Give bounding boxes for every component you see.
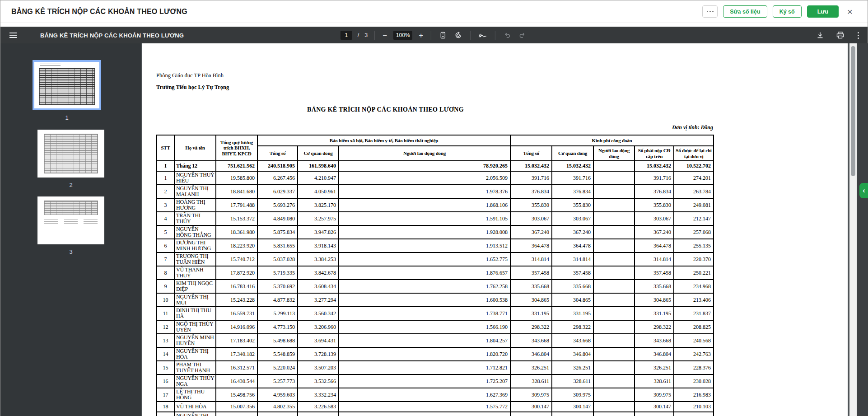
table-cell: 249.081 — [674, 198, 714, 212]
zoom-in-button[interactable]: + — [418, 32, 424, 39]
chevron-left-icon: ‹ — [863, 187, 865, 195]
table-row: 2NGUYỄN THỊ MAI ANH18.841.6806.029.3374.… — [157, 185, 714, 198]
undo-button[interactable] — [502, 30, 512, 40]
table-cell — [593, 361, 635, 374]
table-cell: 1.762.258 — [339, 280, 510, 293]
table-cell: 4.773.150 — [257, 320, 298, 334]
redo-button[interactable] — [518, 30, 527, 40]
table-cell: Tháng 12 — [174, 161, 216, 171]
viewer-scrollbar[interactable] — [849, 43, 857, 416]
save-button[interactable]: Lưu — [807, 5, 839, 18]
table-cell — [593, 212, 635, 225]
table-cell: 1.725.207 — [339, 374, 510, 388]
table-cell: 364.478 — [510, 239, 552, 252]
table-cell: 15.153.372 — [216, 212, 257, 225]
thumbnail-page-number: 3 — [69, 248, 72, 255]
table-cell — [593, 334, 635, 347]
print-button[interactable] — [835, 30, 845, 40]
table-row: 12NGÔ THỊ THÚY UYÊN14.916.0964.773.1503.… — [157, 320, 714, 334]
table-cell: 3.226.583 — [298, 402, 339, 412]
signature-button[interactable] — [477, 30, 488, 40]
table-row: 11ĐINH THỊ THU HÀ16.559.7315.299.1133.56… — [157, 307, 714, 320]
more-tools-button[interactable] — [855, 30, 861, 41]
table-row: 6DƯƠNG THỊ MINH HƯƠNG18.223.9205.831.655… — [157, 239, 714, 252]
table-cell: 300.147 — [552, 402, 593, 412]
table-cell: 5.875.834 — [257, 225, 298, 239]
pdf-toolbar: BẢNG KÊ TRÍCH NỘP CÁC KHOẢN THEO LƯƠNG 1… — [0, 27, 868, 43]
header-employee: Người lao động đóng — [593, 146, 635, 161]
download-icon — [816, 31, 824, 39]
table-cell: 1.652.775 — [339, 252, 510, 266]
table-cell — [593, 402, 635, 412]
table-cell: 213.720 — [674, 412, 714, 416]
table-cell: 208.825 — [674, 320, 714, 334]
table-cell: 298.322 — [510, 320, 552, 334]
table-cell: 391.716 — [635, 171, 674, 185]
mini-table-graphic — [44, 134, 98, 173]
table-cell: VŨ THỊ HÒA — [174, 402, 216, 412]
table-cell: 15.740.712 — [216, 252, 257, 266]
table-cell: 1.575.772 — [339, 402, 510, 412]
zoom-level[interactable]: 100% — [393, 31, 412, 40]
table-cell: NGUYỄN MINH HUYỀN — [174, 334, 216, 347]
fit-page-button[interactable] — [438, 30, 448, 40]
table-cell: 230.028 — [674, 374, 714, 388]
page-thumbnail[interactable]: 3 — [37, 196, 104, 255]
table-cell: 15.032.432 — [552, 161, 593, 171]
table-cell: 4.210.947 — [298, 171, 339, 185]
page-number-input[interactable]: 1 — [341, 31, 352, 40]
table-cell: 300.147 — [635, 402, 674, 412]
table-cell: NGUYỄN THỊ MÙI — [174, 293, 216, 307]
table-cell: 335.668 — [510, 280, 552, 293]
page-thumbnail[interactable]: 1 — [33, 60, 101, 121]
table-cell: 216.983 — [674, 388, 714, 402]
edit-data-button[interactable]: Sửa số liệu — [723, 5, 767, 18]
table-cell: 19.585.800 — [216, 171, 257, 185]
table-cell: 4.050.961 — [298, 185, 339, 198]
table-cell: TRƯƠNG THỊ TUẤN HIỀN — [174, 252, 216, 266]
table-cell: 19 — [157, 412, 174, 416]
table-cell: 298.322 — [635, 320, 674, 334]
table-cell: 17.872.920 — [216, 266, 257, 280]
table-cell: 343.668 — [635, 334, 674, 347]
table-cell: 11 — [157, 307, 174, 320]
table-cell — [593, 252, 635, 266]
table-cell: I — [157, 161, 174, 171]
more-options-button[interactable] — [702, 5, 718, 18]
table-row: 8VŨ THANH THUỶ17.872.9205.719.3353.842.6… — [157, 266, 714, 280]
table-cell: 15.243.228 — [216, 293, 257, 307]
table-cell: 8 — [157, 266, 174, 280]
table-cell: 5.037.028 — [257, 252, 298, 266]
table-cell: 14 — [157, 347, 174, 361]
table-row: 10NGUYỄN THỊ MÙI15.243.2284.877.8323.277… — [157, 293, 714, 307]
table-cell: 210.103 — [674, 402, 714, 412]
table-cell: 5.719.335 — [257, 266, 298, 280]
sign-button[interactable]: Ký số — [773, 5, 802, 18]
close-button[interactable]: × — [844, 7, 856, 16]
table-cell: 1.928.008 — [339, 225, 510, 239]
divider — [374, 31, 375, 40]
top-bar: BẢNG KÊ TRÍCH NỘP CÁC KHOẢN THEO LƯƠNG S… — [0, 0, 868, 23]
table-cell: 1.627.369 — [339, 388, 510, 402]
table-cell — [593, 266, 635, 280]
table-cell: 242.763 — [674, 347, 714, 361]
table-cell: 18.361.980 — [216, 225, 257, 239]
table-row: 13NGUYỄN MINH HUYỀN17.183.4025.498.6883.… — [157, 334, 714, 347]
table-cell: 15.032.432 — [510, 161, 552, 171]
thumbnail-panel: 123 — [0, 43, 141, 416]
scrollbar-thumb[interactable] — [851, 46, 855, 176]
table-cell: 4.849.080 — [257, 212, 298, 225]
zoom-out-button[interactable]: − — [382, 32, 388, 39]
divider — [470, 31, 471, 40]
table-cell: DƯƠNG THỊ MINH HƯƠNG — [174, 239, 216, 252]
download-button[interactable] — [815, 30, 825, 40]
collapse-panel-tab[interactable]: ‹ — [859, 183, 868, 198]
sidebar-toggle-button[interactable] — [8, 31, 19, 40]
rotate-button[interactable] — [453, 30, 463, 40]
table-cell — [593, 388, 635, 402]
table-cell: 376.834 — [552, 185, 593, 198]
table-cell: 3.918.143 — [298, 239, 339, 252]
page-thumbnail[interactable]: 2 — [37, 130, 104, 188]
table-cell: 314.814 — [635, 252, 674, 266]
table-cell: 16 — [157, 374, 174, 388]
